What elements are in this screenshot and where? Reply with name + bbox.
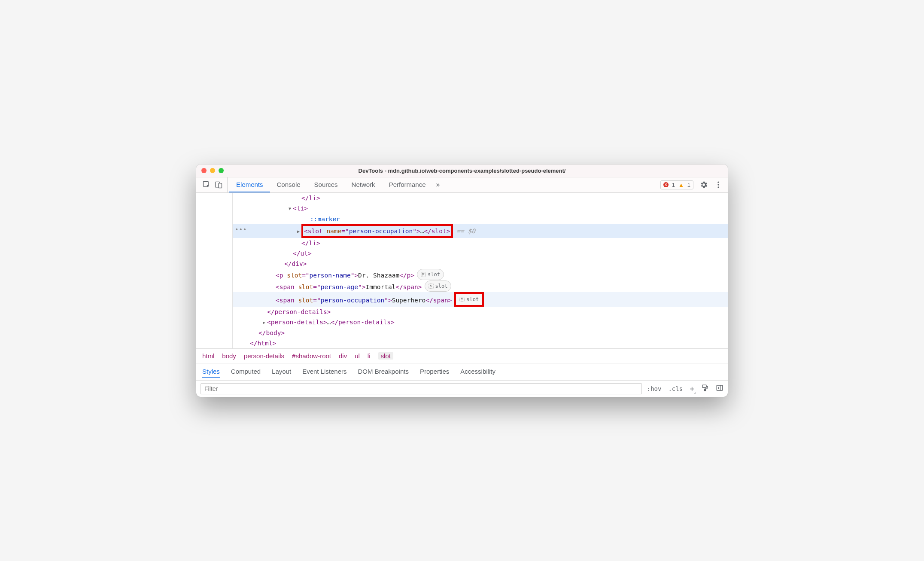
disclosure-triangle-icon[interactable] <box>263 317 267 328</box>
paint-icon[interactable] <box>701 384 709 393</box>
crumb-html[interactable]: html <box>202 352 214 360</box>
cls-toggle[interactable]: .cls <box>668 385 683 392</box>
new-style-rule-icon[interactable]: + <box>690 384 694 393</box>
crumb-body[interactable]: body <box>222 352 236 360</box>
dom-tree[interactable]: </li><li>::marker•••<slot name="person-o… <box>196 193 728 348</box>
dom-line[interactable]: <person-details>…</person-details> <box>233 317 728 328</box>
subtab-styles[interactable]: Styles <box>202 366 220 378</box>
gear-icon[interactable] <box>699 180 708 189</box>
inspect-icon[interactable] <box>202 180 211 189</box>
warning-count: 1 <box>687 182 690 188</box>
styles-filter-input[interactable] <box>201 383 642 394</box>
dom-line[interactable]: <span slot="person-occupation">Superhero… <box>233 292 728 307</box>
dom-line[interactable]: </body> <box>233 328 728 338</box>
dom-line[interactable]: ::marker <box>233 214 728 224</box>
panel-tabs: ElementsConsoleSourcesNetworkPerformance <box>229 177 433 192</box>
toolbar-left-group <box>198 177 228 192</box>
subtab-properties[interactable]: Properties <box>420 366 449 378</box>
devtools-window: DevTools - mdn.github.io/web-components-… <box>196 165 728 397</box>
tab-performance[interactable]: Performance <box>382 177 433 192</box>
disclosure-triangle-icon[interactable] <box>289 204 293 214</box>
main-toolbar: ElementsConsoleSourcesNetworkPerformance… <box>196 177 728 193</box>
highlight-box: <slot name="person-occupation">…</slot> <box>301 224 453 238</box>
dom-line[interactable]: <li> <box>233 203 728 214</box>
svg-point-4 <box>717 184 719 185</box>
svg-point-3 <box>717 182 719 183</box>
toolbar-right-group: ✕ 1 ▲ 1 <box>660 180 726 189</box>
dom-line[interactable]: </div> <box>233 259 728 269</box>
error-count: 1 <box>672 182 675 188</box>
styles-filter-row: :hov .cls + <box>196 381 728 397</box>
window-title: DevTools - mdn.github.io/web-components-… <box>196 168 728 174</box>
line-actions-icon[interactable]: ••• <box>235 224 247 235</box>
crumb-shadowroot[interactable]: #shadow-root <box>292 352 331 360</box>
crumb-li[interactable]: li <box>368 352 371 360</box>
reveal-slot-pill[interactable]: slot <box>417 269 444 280</box>
dom-line[interactable]: </person-details> <box>233 307 728 317</box>
toggle-sidebar-icon[interactable] <box>716 384 723 393</box>
reveal-slot-pill[interactable]: slot <box>425 280 452 292</box>
svg-rect-9 <box>702 385 706 387</box>
dom-line[interactable]: </li> <box>233 238 728 248</box>
warning-icon: ▲ <box>678 182 684 188</box>
svg-rect-10 <box>705 390 706 391</box>
breadcrumb[interactable]: htmlbodyperson-details#shadow-rootdivull… <box>196 348 728 363</box>
tab-elements[interactable]: Elements <box>229 177 270 192</box>
subtab-accessibility[interactable]: Accessibility <box>460 366 495 378</box>
dom-line[interactable]: <span slot="person-age">Immortal</span>s… <box>233 280 728 292</box>
tab-console[interactable]: Console <box>270 177 307 192</box>
tab-sources[interactable]: Sources <box>307 177 345 192</box>
svg-rect-2 <box>219 183 222 188</box>
titlebar: DevTools - mdn.github.io/web-components-… <box>196 165 728 177</box>
dom-gutter <box>196 193 233 348</box>
disclosure-triangle-icon[interactable] <box>297 226 301 237</box>
dom-line[interactable]: </ul> <box>233 248 728 259</box>
dom-line[interactable]: </html> <box>233 338 728 348</box>
tab-network[interactable]: Network <box>345 177 382 192</box>
device-toggle-icon[interactable] <box>214 180 223 189</box>
styles-tabs: StylesComputedLayoutEvent ListenersDOM B… <box>196 363 728 381</box>
crumb-div[interactable]: div <box>339 352 347 360</box>
dom-line[interactable]: <p slot="person-name">Dr. Shazaam</p>slo… <box>233 269 728 280</box>
subtab-computed[interactable]: Computed <box>231 366 261 378</box>
subtab-layout[interactable]: Layout <box>272 366 291 378</box>
crumb-persondetails[interactable]: person-details <box>244 352 284 360</box>
crumb-ul[interactable]: ul <box>355 352 360 360</box>
styles-filter-tools: :hov .cls + <box>647 384 723 393</box>
svg-point-5 <box>717 186 719 188</box>
subtab-event-listeners[interactable]: Event Listeners <box>302 366 346 378</box>
svg-rect-11 <box>717 385 723 390</box>
subtab-dom-breakpoints[interactable]: DOM Breakpoints <box>358 366 409 378</box>
dom-line[interactable]: </li> <box>233 193 728 203</box>
hov-toggle[interactable]: :hov <box>647 385 662 392</box>
kebab-icon[interactable] <box>714 180 723 189</box>
dom-line[interactable]: •••<slot name="person-occupation">…</slo… <box>233 224 728 238</box>
reveal-slot-pill[interactable]: slot <box>454 292 484 307</box>
issues-badge[interactable]: ✕ 1 ▲ 1 <box>660 180 693 189</box>
more-tabs-icon[interactable]: » <box>436 181 440 189</box>
error-icon: ✕ <box>663 182 669 187</box>
crumb-slot[interactable]: slot <box>378 352 393 360</box>
